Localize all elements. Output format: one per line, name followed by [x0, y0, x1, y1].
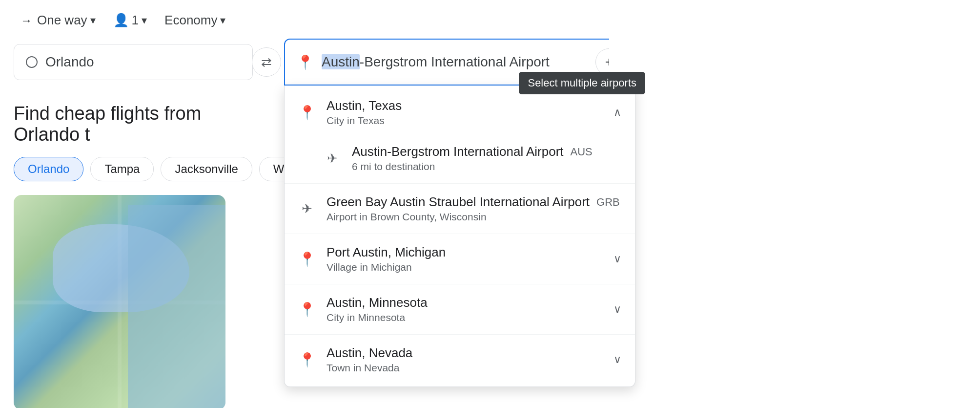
origin-value: Orlando — [45, 54, 94, 70]
airplane-icon: ✈ — [324, 151, 341, 166]
destination-dropdown: 📍 Austin, Texas City in Texas ∧ ✈ Austin… — [284, 86, 635, 387]
toolbar: → One way ▾ 👤 1 ▾ Economy ▾ — [0, 0, 980, 39]
one-way-arrow-icon: → — [20, 14, 32, 27]
cabin-class-label: Economy — [164, 13, 217, 28]
swap-button[interactable]: ⇄ — [252, 47, 281, 77]
dropdown-item-title: Austin-Bergstrom International Airport A… — [352, 144, 621, 159]
airport-code-badge: AUS — [571, 146, 592, 158]
dropdown-item-subtitle: Village in Michigan — [327, 261, 603, 273]
cabin-class-chevron-icon: ▾ — [220, 14, 225, 27]
dropdown-item-subtitle: Town in Nevada — [327, 362, 603, 374]
list-item[interactable]: 📍 Austin, Nevada Town in Nevada ∨ — [285, 337, 635, 383]
destination-rest-text: -Bergstrom International Airport — [360, 54, 550, 69]
page-title: Find cheap flights from Orlando t — [14, 103, 225, 145]
list-item[interactable]: 📍 Port Austin, Michigan Village in Michi… — [285, 236, 635, 282]
chevron-down-icon: ∨ — [613, 253, 621, 265]
airplane-icon: ✈ — [298, 201, 316, 216]
destination-pin-icon: 📍 — [297, 54, 314, 70]
chip-orlando[interactable]: Orlando — [14, 157, 83, 181]
chevron-up-icon: ∧ — [613, 106, 621, 119]
list-item[interactable]: ✈ Austin-Bergstrom International Airport… — [285, 135, 635, 181]
passengers-count: 1 — [132, 13, 139, 28]
city-pin-icon: 📍 — [298, 352, 316, 368]
dropdown-item-text: Austin, Nevada Town in Nevada — [327, 345, 603, 374]
destination-highlight-text: Austin — [322, 54, 360, 69]
trip-type-label: One way — [37, 13, 87, 28]
dropdown-item-subtitle: City in Texas — [327, 115, 603, 127]
dropdown-item-title: Austin, Nevada — [327, 345, 603, 361]
chips-row: Orlando Tampa Jacksonville W — [14, 157, 225, 181]
chip-tampa[interactable]: Tampa — [90, 157, 154, 181]
destination-input-text: Austin-Bergstrom International Airport — [322, 54, 588, 70]
city-pin-icon: 📍 — [298, 251, 316, 267]
map-area[interactable] — [14, 195, 225, 408]
dropdown-item-title: Austin, Minnesota — [327, 295, 603, 310]
trip-type-button[interactable]: → One way ▾ — [14, 9, 102, 32]
chip-jacksonville[interactable]: Jacksonville — [161, 157, 252, 181]
dropdown-item-subtitle: 6 mi to destination — [352, 161, 621, 172]
right-panel — [609, 0, 980, 408]
dropdown-item-text: Austin, Minnesota City in Minnesota — [327, 295, 603, 323]
dropdown-item-text: Green Bay Austin Straubel International … — [327, 194, 621, 223]
dropdown-item-text: Austin, Texas City in Texas — [327, 98, 603, 127]
cabin-class-button[interactable]: Economy ▾ — [158, 9, 232, 32]
passengers-chevron-icon: ▾ — [142, 14, 147, 27]
list-item[interactable]: ✈ Green Bay Austin Straubel Internationa… — [285, 186, 635, 232]
dropdown-divider — [285, 234, 635, 234]
dropdown-item-text: Austin-Bergstrom International Airport A… — [352, 144, 621, 172]
chevron-down-icon: ∨ — [613, 353, 621, 366]
trip-type-chevron-icon: ▾ — [90, 14, 96, 27]
chevron-down-icon: ∨ — [613, 303, 621, 316]
dropdown-divider — [285, 334, 635, 335]
destination-wrapper: 📍 Austin-Bergstrom International Airport… — [284, 39, 635, 86]
dropdown-item-text: Port Austin, Michigan Village in Michiga… — [327, 245, 603, 273]
passengers-button[interactable]: 👤 1 ▾ — [106, 9, 154, 32]
list-item[interactable]: 📍 Austin, Texas City in Texas ∧ — [285, 89, 635, 135]
list-item[interactable]: 📍 Austin, Minnesota City in Minnesota ∨ — [285, 286, 635, 332]
main-content: Find cheap flights from Orlando t Orland… — [0, 93, 239, 408]
origin-circle-icon — [26, 56, 38, 68]
dropdown-item-subtitle: Airport in Brown County, Wisconsin — [327, 211, 621, 223]
swap-icon: ⇄ — [261, 55, 272, 70]
map-background — [14, 195, 225, 408]
map-water-right — [128, 205, 225, 408]
passengers-icon: 👤 — [113, 13, 129, 28]
dropdown-item-subtitle: City in Minnesota — [327, 312, 603, 323]
dropdown-divider — [285, 284, 635, 284]
airport-code-badge: GRB — [596, 196, 620, 209]
city-pin-icon: 📍 — [298, 301, 316, 318]
origin-field[interactable]: Orlando — [14, 44, 253, 80]
destination-field[interactable]: 📍 Austin-Bergstrom International Airport… — [284, 39, 635, 86]
dropdown-item-title: Austin, Texas — [327, 98, 603, 113]
city-pin-icon: 📍 — [298, 105, 316, 121]
dropdown-item-title: Green Bay Austin Straubel International … — [327, 194, 621, 210]
dropdown-item-title: Port Austin, Michigan — [327, 245, 603, 260]
dropdown-divider — [285, 183, 635, 184]
